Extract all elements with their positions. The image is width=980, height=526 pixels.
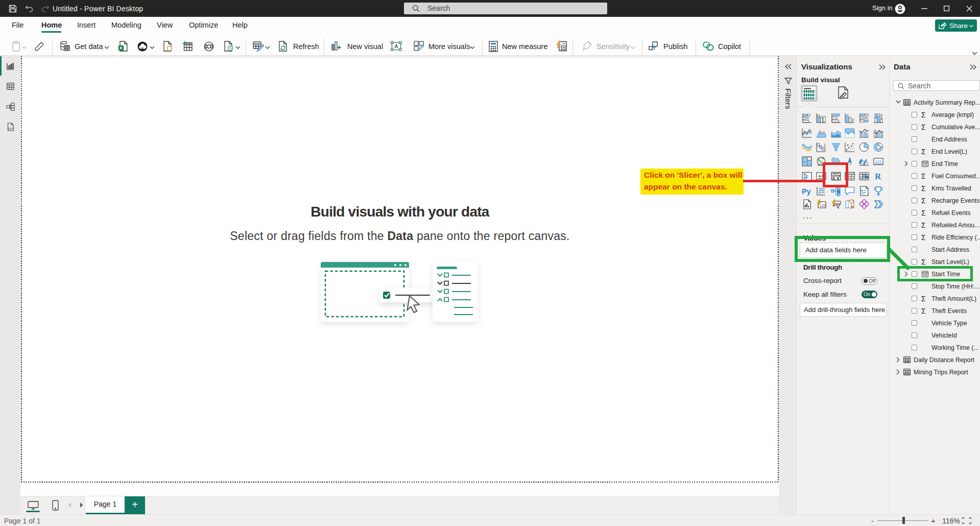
svg-text:Py: Py xyxy=(802,187,811,196)
svg-text:123: 123 xyxy=(820,204,826,207)
svg-text:123: 123 xyxy=(875,159,881,164)
svg-text:DAX: DAX xyxy=(8,127,14,130)
svg-text:R: R xyxy=(875,172,881,181)
